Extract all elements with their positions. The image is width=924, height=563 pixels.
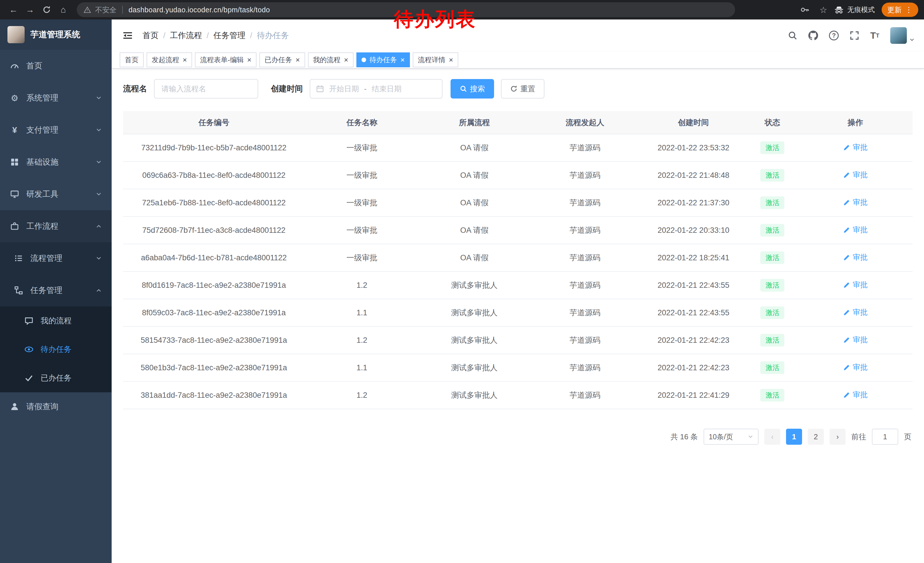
fullscreen-icon[interactable] (850, 31, 859, 41)
page-button-1[interactable]: 1 (786, 429, 802, 445)
approve-link[interactable]: 审批 (843, 225, 868, 235)
close-icon[interactable]: × (247, 56, 251, 63)
process-name-input[interactable] (154, 79, 258, 99)
bookmark-star-icon[interactable]: ☆ (819, 5, 827, 15)
sidebar-item-infra[interactable]: 基础设施 (0, 146, 112, 178)
cell-process: OA 请假 (419, 244, 530, 272)
table-row: 069c6a63-7b8a-11ec-8ef0-acde48001122 一级审… (123, 162, 912, 189)
font-size-icon[interactable]: TT (870, 30, 879, 41)
search-icon[interactable] (788, 31, 798, 41)
status-badge: 激活 (760, 251, 784, 264)
help-icon[interactable]: ? (829, 31, 839, 41)
prev-page-button[interactable]: ‹ (764, 429, 780, 445)
topbar-actions: ? TT (788, 27, 915, 44)
approve-link[interactable]: 审批 (843, 170, 868, 180)
tab-process-detail[interactable]: 流程详情× (413, 53, 458, 67)
tab-todo-task[interactable]: 待办任务× (356, 53, 410, 67)
total-count: 共 16 条 (670, 432, 698, 442)
sidebar-collapse-icon[interactable] (121, 29, 135, 42)
sidebar-item-my-process[interactable]: 我的流程 (0, 306, 112, 335)
sidebar-item-leave-query[interactable]: 请假查询 (0, 392, 112, 421)
goto-page-input[interactable] (872, 429, 898, 445)
key-icon[interactable] (797, 2, 813, 18)
tab-home[interactable]: 首页 (120, 53, 144, 67)
search-button[interactable]: 搜索 (450, 79, 494, 99)
approve-link[interactable]: 审批 (843, 335, 868, 345)
cell-task-id: 73211d9d-7b9b-11ec-b5b7-acde48001122 (123, 134, 304, 162)
approve-link[interactable]: 审批 (843, 252, 868, 262)
close-icon[interactable]: × (400, 56, 405, 63)
cell-task-id: 381aa1dd-7ac8-11ec-a9e2-a2380e71991a (123, 381, 304, 409)
chevron-down-icon (96, 191, 102, 197)
tab-done-task[interactable]: 已办任务× (260, 53, 305, 67)
approve-link[interactable]: 审批 (843, 280, 868, 290)
sidebar-item-payment[interactable]: ¥ 支付管理 (0, 114, 112, 146)
approve-link[interactable]: 审批 (843, 390, 868, 400)
forward-icon[interactable]: → (22, 2, 38, 18)
tab-my-process[interactable]: 我的流程× (308, 53, 354, 67)
sidebar-item-task-mgmt[interactable]: 任务管理 (0, 274, 112, 306)
pagination: 共 16 条 10条/页 ‹ 1 2 › 前往 页 (123, 429, 912, 445)
tab-form-edit[interactable]: 流程表单-编辑× (195, 53, 256, 67)
caret-down-icon (909, 37, 915, 43)
create-time-label: 创建时间 (271, 83, 303, 94)
update-button[interactable]: 更新 ⋮ (882, 3, 918, 17)
cell-initiator: 芋道源码 (530, 189, 640, 216)
cell-task-id: 8f059c03-7ac8-11ec-a9e2-a2380e71991a (123, 299, 304, 326)
back-icon[interactable]: ← (6, 2, 21, 18)
cell-initiator: 芋道源码 (530, 381, 640, 409)
browser-menu-icon[interactable]: ⋮ (905, 6, 912, 14)
approve-link[interactable]: 审批 (843, 307, 868, 317)
cell-task-name: 1.2 (304, 326, 419, 354)
edit-icon (843, 364, 850, 371)
col-task-id: 任务编号 (123, 111, 304, 134)
user-menu[interactable] (890, 27, 915, 44)
page-size-select[interactable]: 10条/页 (704, 429, 759, 445)
briefcase-icon (10, 221, 20, 231)
breadcrumb-home[interactable]: 首页 (142, 30, 165, 41)
status-badge: 激活 (760, 389, 784, 401)
close-icon[interactable]: × (183, 56, 187, 63)
sidebar-item-home[interactable]: 首页 (0, 50, 112, 82)
sidebar-item-done-task[interactable]: 已办任务 (0, 364, 112, 392)
next-page-button[interactable]: › (830, 429, 846, 445)
approve-link[interactable]: 审批 (843, 142, 868, 152)
cell-task-name: 1.1 (304, 354, 419, 381)
approve-link[interactable]: 审批 (843, 362, 868, 372)
cell-process: 测试多审批人 (419, 326, 530, 354)
sidebar-item-devtools[interactable]: 研发工具 (0, 178, 112, 210)
status-badge: 激活 (760, 197, 784, 209)
chevron-up-icon (96, 223, 102, 230)
cell-created: 2022-01-22 21:37:30 (640, 189, 747, 216)
sidebar-item-workflow[interactable]: 工作流程 (0, 210, 112, 242)
tags-view: 首页 发起流程× 流程表单-编辑× 已办任务× 我的流程× 待办任务× 流程详情… (112, 51, 924, 69)
close-icon[interactable]: × (449, 56, 453, 63)
github-icon[interactable] (808, 31, 818, 41)
close-icon[interactable]: × (344, 56, 348, 63)
chrome-right-cluster: ☆ 无痕模式 更新 ⋮ (797, 2, 918, 18)
breadcrumb-workflow[interactable]: 工作流程 (170, 30, 209, 41)
date-range-picker[interactable]: 开始日期 - 结束日期 (310, 79, 442, 99)
tab-start-process[interactable]: 发起流程× (147, 53, 192, 67)
close-icon[interactable]: × (296, 56, 300, 63)
sidebar-item-system[interactable]: ⚙ 系统管理 (0, 82, 112, 114)
cell-task-id: 069c6a63-7b8a-11ec-8ef0-acde48001122 (123, 162, 304, 189)
dashboard-icon (10, 61, 20, 71)
home-icon[interactable]: ⌂ (56, 2, 71, 18)
date-separator: - (364, 84, 367, 93)
topbar: 首页 工作流程 任务管理 待办任务 ? TT (112, 20, 924, 51)
page-button-2[interactable]: 2 (808, 429, 824, 445)
sidebar-item-todo-task[interactable]: 待办任务 (0, 335, 112, 364)
avatar[interactable] (890, 27, 907, 44)
table-row: 381aa1dd-7ac8-11ec-a9e2-a2380e71991a 1.2… (123, 381, 912, 409)
cell-created: 2022-01-22 20:33:10 (640, 216, 747, 244)
address-separator (122, 6, 123, 14)
approve-link[interactable]: 审批 (843, 197, 868, 207)
reset-button[interactable]: 重置 (501, 79, 544, 99)
sidebar-item-process-mgmt[interactable]: 流程管理 (0, 242, 112, 274)
status-badge: 激活 (760, 224, 784, 236)
breadcrumb-task-mgmt[interactable]: 任务管理 (213, 30, 252, 41)
chevron-down-icon (96, 159, 102, 165)
chevron-down-icon (96, 95, 102, 101)
reload-icon[interactable] (39, 2, 54, 18)
